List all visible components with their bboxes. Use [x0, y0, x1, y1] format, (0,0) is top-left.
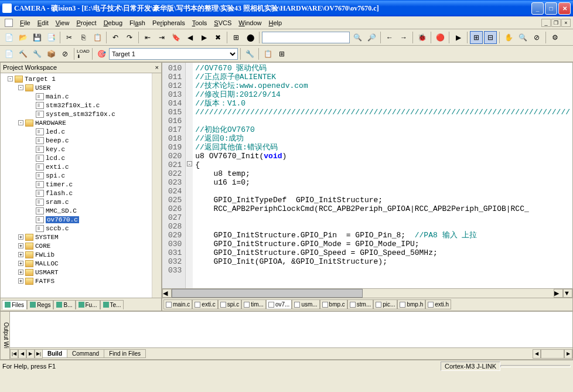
expand-icon[interactable]: -	[18, 120, 23, 125]
save-button[interactable]: 💾	[30, 31, 43, 44]
expand-icon[interactable]: +	[18, 243, 23, 248]
tree-item-SYSTEM[interactable]: +SYSTEM	[2, 233, 160, 241]
find-combo[interactable]	[262, 32, 350, 43]
mdi-restore-button[interactable]: ❐	[551, 19, 561, 27]
bookmark-button[interactable]: 🔖	[169, 31, 182, 44]
tree-item-spi-c[interactable]: spi.c	[2, 171, 160, 180]
bookmark-clear-button[interactable]: ✖	[212, 31, 224, 44]
expand-icon[interactable]: +	[18, 270, 23, 275]
stop-button[interactable]: ⊘	[530, 31, 543, 44]
output-tab-last-button[interactable]: ▶|	[35, 349, 43, 359]
bookmark-next-button[interactable]: ▶	[197, 31, 210, 44]
tree-item-stm32f10x_it-c[interactable]: stm32f10x_it.c	[2, 101, 160, 110]
tree-item-key-c[interactable]: key.c	[2, 145, 160, 154]
tree-item-FWLib[interactable]: +FWLib	[2, 250, 160, 259]
tree-item-MALLOC[interactable]: +MALLOC	[2, 259, 160, 268]
editor-tab-exti-c[interactable]: exti.c	[192, 299, 217, 309]
tree-item-HARDWARE[interactable]: -HARDWARE	[2, 118, 160, 127]
project-tree[interactable]: -Target 1-USERmain.cstm32f10x_it.csystem…	[1, 73, 161, 298]
tree-item-timer-c[interactable]: timer.c	[2, 180, 160, 189]
hand-button[interactable]: ✋	[502, 31, 515, 44]
code-content[interactable]: //OV7670 驱动代码//正点原子@ALIENTEK//技术论坛:www.o…	[193, 63, 572, 288]
menu-debug[interactable]: Debug	[100, 18, 126, 28]
workspace-tab-b[interactable]: B...	[53, 300, 75, 309]
tree-item-sccb-c[interactable]: sccb.c	[2, 224, 160, 233]
mdi-minimize-button[interactable]: _	[541, 19, 551, 27]
tree-item-system_stm32f10x-c[interactable]: system_stm32f10x.c	[2, 110, 160, 118]
scroll-right-button[interactable]: ▶	[554, 289, 563, 298]
menu-edit[interactable]: Edit	[34, 18, 52, 28]
tree-item-exti-c[interactable]: exti.c	[2, 162, 160, 171]
expand-icon[interactable]: -	[18, 85, 23, 90]
config-button[interactable]: ⚙	[548, 31, 561, 44]
nav-forward-button[interactable]: →	[397, 31, 410, 44]
workspace-tab-regs[interactable]: Regs	[27, 300, 53, 309]
editor-tab-main-c[interactable]: main.c	[163, 299, 192, 309]
build-all-button[interactable]: 📦	[45, 47, 57, 60]
workspace-tab-te[interactable]: Te...	[100, 300, 124, 309]
fold-icon[interactable]: -	[187, 161, 192, 166]
editor-tab-spi-c[interactable]: spi.c	[218, 299, 242, 309]
output-tab-command[interactable]: Command	[67, 349, 104, 358]
menu-help[interactable]: Help	[265, 18, 285, 28]
find-in-files-button[interactable]: 🔎	[365, 31, 378, 44]
editor-tab-exti-h[interactable]: exti.h	[425, 299, 451, 309]
output-tab-find-in-files[interactable]: Find in Files	[104, 349, 146, 358]
nav-back-button[interactable]: ←	[383, 31, 396, 44]
new-file-button[interactable]: 📄	[2, 31, 15, 44]
tree-item-Target 1[interactable]: -Target 1	[2, 74, 160, 83]
manage-button[interactable]: ⊞	[275, 47, 288, 60]
editor-tab-stm---[interactable]: stm...	[347, 299, 373, 309]
scroll-left-button[interactable]: ◀	[162, 289, 172, 298]
minimize-button[interactable]: _	[531, 2, 544, 15]
menu-project[interactable]: Project	[73, 18, 100, 28]
copy-button[interactable]: ⎘	[77, 31, 90, 44]
expand-icon[interactable]: +	[18, 278, 23, 284]
tree-vscrollbar[interactable]	[152, 73, 161, 298]
menu-peripherals[interactable]: Peripherals	[149, 18, 189, 28]
editor-tab-tim---[interactable]: tim...	[241, 299, 266, 309]
mdi-close-button[interactable]: ×	[561, 19, 571, 27]
vscroll-down-button[interactable]: ▼	[563, 289, 572, 298]
save-all-button[interactable]: 📑	[45, 31, 57, 44]
expand-icon[interactable]: +	[18, 261, 23, 266]
expand-icon[interactable]: -	[8, 76, 13, 81]
build-button[interactable]: 🔨	[16, 47, 29, 60]
menu-file[interactable]: FFileile	[16, 18, 34, 28]
app-menu-icon[interactable]	[5, 19, 13, 27]
window-cascade-button[interactable]: ⊟	[484, 31, 497, 44]
editor-tab-usm---[interactable]: usm...	[292, 299, 319, 309]
output-tab-prev-button[interactable]: ◀	[18, 349, 26, 359]
tree-item-flash-c[interactable]: flash.c	[2, 189, 160, 197]
tree-item-lcd-c[interactable]: lcd.c	[2, 154, 160, 162]
expand-icon[interactable]: +	[18, 234, 23, 240]
tree-item-beep-c[interactable]: beep.c	[2, 136, 160, 145]
run-button[interactable]: ▶	[452, 31, 465, 44]
tree-item-led-c[interactable]: led.c	[2, 127, 160, 136]
editor-tab-bmp-c[interactable]: bmp.c	[320, 299, 347, 309]
editor-tab-ov7---[interactable]: ov7...	[266, 299, 292, 309]
fold-gutter[interactable]: -	[186, 63, 193, 288]
breakpoint-button[interactable]: ⬤	[244, 31, 257, 44]
stop-build-button[interactable]: ⊘	[59, 47, 71, 60]
output-tab-first-button[interactable]: |◀	[10, 349, 18, 359]
output-tab-build[interactable]: Build	[42, 349, 67, 358]
output-content[interactable]	[10, 312, 572, 347]
download-button[interactable]: LOAD⬇	[77, 47, 90, 60]
find-button[interactable]: 🔍	[351, 31, 364, 44]
tree-item-CORE[interactable]: +CORE	[2, 241, 160, 250]
workspace-tab-fu[interactable]: Fu...	[76, 300, 100, 309]
tree-item-FATFS[interactable]: +FATFS	[2, 277, 160, 285]
toggle-button[interactable]: ⊞	[230, 31, 243, 44]
output-scroll-right-button[interactable]: ▶	[564, 349, 572, 359]
tree-item-USMART[interactable]: +USMART	[2, 268, 160, 277]
hscroll-thumb[interactable]	[172, 289, 363, 298]
target-options-button[interactable]: 🎯	[95, 47, 108, 60]
close-button[interactable]: ✕	[558, 2, 571, 15]
indent-left-button[interactable]: ⇤	[141, 31, 154, 44]
options-button[interactable]: 🔧	[243, 47, 256, 60]
target-select[interactable]: Target 1	[109, 48, 238, 60]
menu-window[interactable]: Window	[235, 18, 265, 28]
breakpoint-insert-button[interactable]: 🔴	[434, 31, 446, 44]
menu-view[interactable]: View	[52, 18, 73, 28]
